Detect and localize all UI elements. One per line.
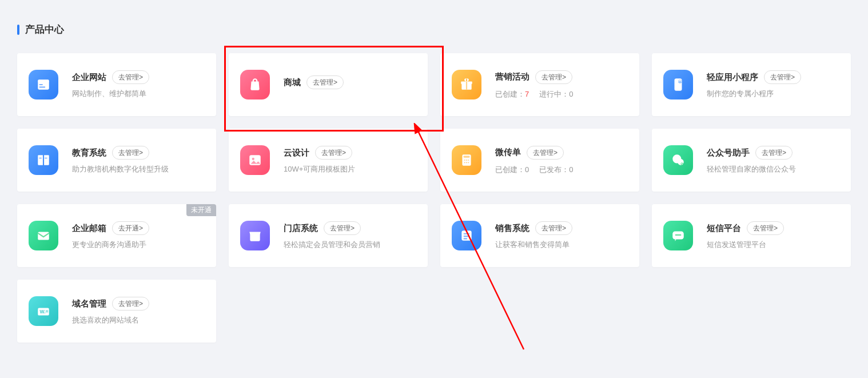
svg-rect-9 <box>39 158 41 159</box>
svg-rect-30 <box>675 234 682 236</box>
product-card-marketing[interactable]: 营销活动去管理>已创建：7进行中：0 <box>440 53 639 116</box>
product-card-flyer[interactable]: 微传单去管理>已创建：0已发布：0 <box>440 129 639 192</box>
chat-icon <box>663 145 693 175</box>
manage-button[interactable]: 去管理> <box>324 221 361 235</box>
svg-rect-14 <box>464 156 470 157</box>
manage-button[interactable]: 去管理> <box>755 146 793 160</box>
card-stats: 已创建：0已发布：0 <box>495 164 628 175</box>
card-desc: 轻松搞定会员管理和会员营销 <box>284 240 416 250</box>
shop-icon <box>240 221 270 250</box>
domain-icon: W.= <box>29 296 58 326</box>
manage-button[interactable]: 去管理> <box>112 70 149 84</box>
svg-rect-6 <box>466 82 467 90</box>
product-card-domain[interactable]: W.=域名管理去管理>挑选喜欢的网站域名 <box>17 280 216 343</box>
msg-icon <box>663 221 693 250</box>
card-body: 营销活动去管理>已创建：7进行中：0 <box>495 70 628 100</box>
card-desc: 短信发送管理平台 <box>707 240 839 250</box>
product-card-mall[interactable]: 商城去管理> <box>229 53 428 116</box>
stat-label: 已创建： <box>495 90 525 98</box>
svg-point-15 <box>464 160 465 161</box>
calc-icon <box>452 145 481 175</box>
section-header: 产品中心 <box>17 23 851 36</box>
card-title: 企业邮箱 <box>72 223 106 234</box>
product-card-wechat[interactable]: 公众号助手去管理>轻松管理自家的微信公众号 <box>652 129 851 192</box>
card-body: 轻应用小程序去管理>制作您的专属小程序 <box>707 70 839 99</box>
svg-rect-2 <box>39 84 43 85</box>
card-desc: 10W+可商用模板图片 <box>284 164 416 174</box>
svg-point-17 <box>468 160 469 161</box>
card-body: 企业邮箱去开通>更专业的商务沟通助手 <box>72 221 205 250</box>
stat-value: 0 <box>569 165 573 174</box>
bag-icon <box>240 70 270 100</box>
svg-rect-26 <box>464 233 470 234</box>
product-grid: 企业网站去管理>网站制作、维护都简单商城去管理>营销活动去管理>已创建：7进行中… <box>17 53 851 343</box>
card-desc: 轻松管理自家的微信公众号 <box>707 164 839 174</box>
card-stats: 已创建：7进行中：0 <box>495 89 628 100</box>
product-card-sales[interactable]: 销售系统去管理>让获客和销售变得简单 <box>440 204 639 267</box>
card-title: 短信平台 <box>707 223 741 234</box>
manage-button[interactable]: 去管理> <box>315 146 352 160</box>
stat-value: 7 <box>525 90 529 98</box>
svg-rect-3 <box>39 86 45 87</box>
manage-button[interactable]: 去管理> <box>747 221 784 235</box>
card-desc: 让获客和销售变得简单 <box>495 240 628 250</box>
image-icon <box>240 145 270 175</box>
card-desc: 制作您的专属小程序 <box>707 89 839 99</box>
card-body: 微传单去管理>已创建：0已发布：0 <box>495 146 628 175</box>
book-icon <box>29 145 58 175</box>
svg-point-18 <box>464 162 465 163</box>
list-icon <box>452 221 481 250</box>
gift-icon <box>452 70 481 100</box>
open-button[interactable]: 去开通> <box>112 221 149 235</box>
phone-icon <box>663 70 693 100</box>
manage-button[interactable]: 去管理> <box>112 297 149 311</box>
card-body: 教育系统去管理>助力教培机构数字化转型升级 <box>72 146 205 174</box>
card-body: 短信平台去管理>短信发送管理平台 <box>707 221 839 250</box>
svg-point-20 <box>468 162 469 163</box>
svg-rect-24 <box>38 232 49 240</box>
card-body: 企业网站去管理>网站制作、维护都简单 <box>72 70 205 99</box>
card-title: 门店系统 <box>284 223 318 234</box>
card-title: 营销活动 <box>495 71 529 82</box>
product-card-mail[interactable]: 未开通企业邮箱去开通>更专业的商务沟通助手 <box>17 204 216 267</box>
card-title: 域名管理 <box>72 299 106 309</box>
card-body: 商城去管理> <box>284 75 416 94</box>
stat-label: 进行中： <box>539 90 569 98</box>
svg-point-19 <box>466 162 467 163</box>
manage-button[interactable]: 去管理> <box>535 221 572 235</box>
stat-value: 0 <box>525 165 529 174</box>
card-title: 云设计 <box>284 148 309 158</box>
card-title: 销售系统 <box>495 223 529 234</box>
svg-rect-10 <box>45 158 47 159</box>
card-desc: 更专业的商务沟通助手 <box>72 240 205 250</box>
section-title: 产品中心 <box>25 23 64 36</box>
manage-button[interactable]: 去管理> <box>527 146 564 160</box>
product-card-edu[interactable]: 教育系统去管理>助力教培机构数字化转型升级 <box>17 129 216 192</box>
svg-rect-27 <box>464 236 470 237</box>
card-title: 教育系统 <box>72 148 106 158</box>
stat-label: 已创建： <box>495 165 525 174</box>
svg-rect-1 <box>38 79 49 82</box>
manage-button[interactable]: 去管理> <box>764 70 801 84</box>
product-card-design[interactable]: 云设计去管理>10W+可商用模板图片 <box>229 129 428 192</box>
badge-mail: 未开通 <box>186 204 216 216</box>
product-card-sms[interactable]: 短信平台去管理>短信发送管理平台 <box>652 204 851 267</box>
stat-value: 0 <box>569 90 573 98</box>
card-body: 域名管理去管理>挑选喜欢的网站域名 <box>72 297 205 325</box>
stat-label: 已发布： <box>539 165 569 174</box>
product-card-store[interactable]: 门店系统去管理>轻松搞定会员管理和会员营销 <box>229 204 428 267</box>
svg-point-12 <box>252 158 254 160</box>
card-desc: 网站制作、维护都简单 <box>72 89 205 99</box>
section-bar <box>17 25 19 35</box>
manage-button[interactable]: 去管理> <box>535 70 572 84</box>
product-card-miniapp[interactable]: 轻应用小程序去管理>制作您的专属小程序 <box>652 53 851 116</box>
card-body: 销售系统去管理>让获客和销售变得简单 <box>495 221 628 250</box>
card-body: 云设计去管理>10W+可商用模板图片 <box>284 146 416 174</box>
manage-button[interactable]: 去管理> <box>306 75 344 89</box>
card-title: 公众号助手 <box>707 148 750 158</box>
svg-rect-28 <box>464 238 468 239</box>
manage-button[interactable]: 去管理> <box>112 146 149 160</box>
card-title: 企业网站 <box>72 72 106 83</box>
mail-icon <box>29 221 58 250</box>
product-card-website[interactable]: 企业网站去管理>网站制作、维护都简单 <box>17 53 216 116</box>
